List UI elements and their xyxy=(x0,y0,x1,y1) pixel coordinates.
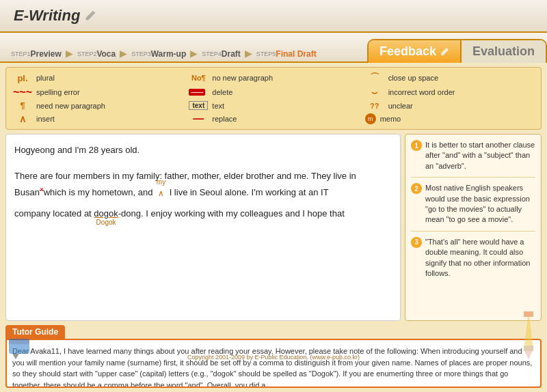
tab-feedback[interactable]: Feedback xyxy=(369,40,460,63)
legend-text: text text xyxy=(189,100,358,111)
steps-nav: STEP1 Preview ▶ STEP2 Voca ▶ STEP3 Warm-… xyxy=(0,33,547,63)
step-tab-voca[interactable]: STEP2 Voca xyxy=(73,49,120,61)
tutor-label: Tutor Guide xyxy=(5,325,65,339)
feedback-eval-tabs: Feedback Evaluation xyxy=(367,39,547,63)
note-item-1: 1 It is better to start another clause a… xyxy=(411,140,535,178)
arrow-sep-4: ▶ xyxy=(245,48,252,61)
legend-spelling: ~~~ spelling error xyxy=(13,86,182,98)
notes-panel: 1 It is better to start another clause a… xyxy=(405,134,542,321)
step-tab-finaldraft[interactable]: STEP5 Final Draft xyxy=(252,49,321,61)
arrow-sep-2: ▶ xyxy=(120,48,127,61)
legend-new-para: ¶ need new paragraph xyxy=(13,100,182,111)
pencil-icon xyxy=(84,10,96,22)
dogok-word: dogokDogok xyxy=(94,208,118,219)
tutor-text-box[interactable]: Dear Avaka11, I have learned many things… xyxy=(5,339,542,388)
pencil-small-icon xyxy=(440,47,449,57)
note-item-3: 3 "That's all" here would have a double … xyxy=(411,237,535,285)
step-tab-preview[interactable]: STEP1 Preview xyxy=(7,49,66,61)
legend-bar: pl. plural No¶ no new paragraph ⌒ close … xyxy=(5,67,542,130)
arrow-sep-3: ▶ xyxy=(190,48,198,61)
essay-line-1: Hogyeong and I'm 28 years old. xyxy=(14,143,392,158)
legend-memo: m memo xyxy=(365,113,534,125)
essay-my-annotation: my ∧ xyxy=(158,186,164,201)
note-item-2: 2 Most native English speakers would use… xyxy=(411,183,535,232)
legend-close-up: ⌒ close up space xyxy=(365,72,534,84)
essay-line-3: company located at dogokDogok-dong. I en… xyxy=(14,206,392,221)
steps-tabs: STEP1 Preview ▶ STEP2 Voca ▶ STEP3 Warm-… xyxy=(0,48,328,61)
legend-insert: ∧ insert xyxy=(13,113,182,125)
step-tab-warmup[interactable]: STEP3 Warm-up xyxy=(127,49,190,61)
step-tab-draft[interactable]: STEP4 Draft xyxy=(198,49,245,61)
legend-delete: —— delete xyxy=(189,86,358,98)
app-header: E-Writing xyxy=(0,0,547,33)
legend-word-order: ⌣ incorrect word order xyxy=(365,86,534,98)
legend-unclear: ?? unclear xyxy=(365,100,534,111)
copyright: Copyright 2001-2009 by E-Public Educatio… xyxy=(187,354,360,361)
legend-no-para: No¶ no new paragraph xyxy=(189,72,358,84)
tab-evaluation[interactable]: Evaluation xyxy=(460,40,546,63)
arrow-sep-1: ▶ xyxy=(66,48,73,61)
essay-panel[interactable]: Hogyeong and I'm 28 years old. There are… xyxy=(5,134,401,321)
legend-plural: pl. plural xyxy=(13,72,182,84)
legend-replace: — replace xyxy=(189,113,358,125)
content-panels: Hogyeong and I'm 28 years old. There are… xyxy=(0,134,547,325)
essay-line-2: There are four members in my family: fat… xyxy=(14,169,392,201)
app-title: E-Writing xyxy=(14,7,80,25)
main-content: pl. plural No¶ no new paragraph ⌒ close … xyxy=(0,63,547,392)
